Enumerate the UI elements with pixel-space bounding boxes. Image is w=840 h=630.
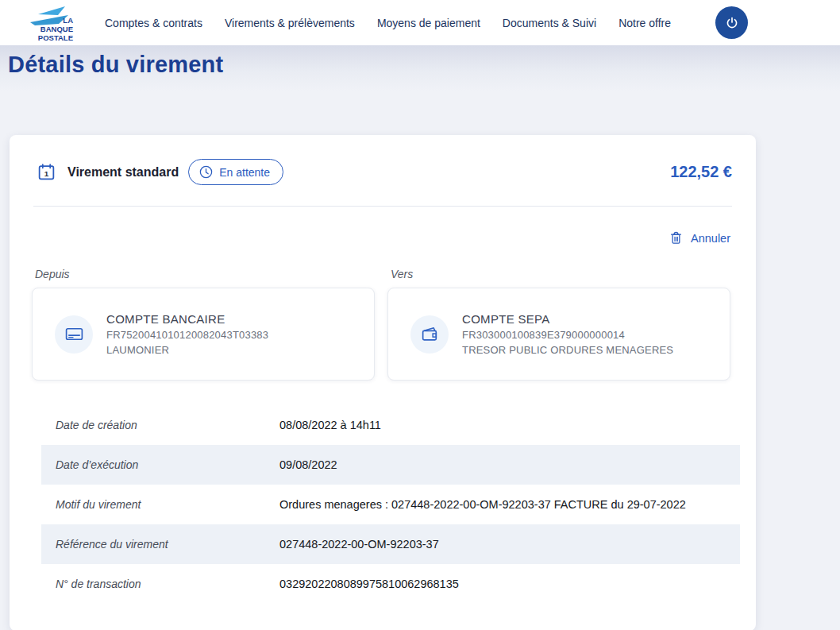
page-title: Détails du virement xyxy=(8,52,840,78)
labanquepostale-logo[interactable]: LA BANQUE POSTALE xyxy=(24,6,76,44)
to-account-holder: TRESOR PUBLIC ORDURES MENAGERES xyxy=(462,344,673,356)
page-header: Détails du virement xyxy=(0,45,840,91)
detail-row-motif: Motif du virement Ordures menageres : 02… xyxy=(41,485,740,524)
to-account-column: Vers COMPTE SEPA FR303000100839E37900000… xyxy=(387,261,730,381)
detail-label: Motif du virement xyxy=(56,498,279,511)
to-account-text: COMPTE SEPA FR303000100839E379000000014 … xyxy=(462,312,673,356)
transfer-type-label: Virement standard xyxy=(67,165,179,180)
detail-value: 08/08/2022 à 14h11 xyxy=(279,419,381,431)
detail-value: 027448-2022-00-OM-92203-37 xyxy=(279,538,439,551)
status-badge: En attente xyxy=(188,159,283,185)
clock-icon xyxy=(198,164,214,180)
detail-value: 0329202208089975810062968135 xyxy=(279,578,459,590)
nav-item-virements-prelevements[interactable]: Virements & prélèvements xyxy=(214,9,366,37)
from-account-text: COMPTE BANCAIRE FR7520041010120082043T03… xyxy=(106,312,268,356)
transfer-summary-row: 1 Virement standard En attente 122,52 € xyxy=(10,135,756,206)
svg-text:BANQUE: BANQUE xyxy=(40,25,73,33)
svg-text:LA: LA xyxy=(63,16,73,25)
transfer-details-table: Date de création 08/08/2022 à 14h11 Date… xyxy=(41,405,740,604)
svg-text:POSTALE: POSTALE xyxy=(38,33,73,42)
logo-bird-icon: LA BANQUE POSTALE xyxy=(24,6,76,44)
trash-icon xyxy=(669,230,684,245)
transfer-detail-card: 1 Virement standard En attente 122,52 € … xyxy=(10,135,756,630)
main-menu: Comptes & contrats Virements & prélèveme… xyxy=(94,9,682,37)
from-account-holder: LAUMONIER xyxy=(106,344,268,356)
wallet-icon xyxy=(420,324,440,344)
to-account-name: COMPTE SEPA xyxy=(462,312,673,326)
from-label: Depuis xyxy=(35,268,375,280)
detail-row-creation-date: Date de création 08/08/2022 à 14h11 xyxy=(41,405,740,445)
svg-text:1: 1 xyxy=(44,169,49,178)
detail-row-reference: Référence du virement 027448-2022-00-OM-… xyxy=(41,524,740,564)
from-account-icon-circle xyxy=(55,315,93,354)
from-account-iban: FR7520041010120082043T03383 xyxy=(106,329,268,341)
accounts-section: Depuis COMPTE BANCAIRE FR752004101012008… xyxy=(10,250,756,381)
detail-value: Ordures menageres : 027448-2022-00-OM-92… xyxy=(279,498,686,511)
from-account-card: COMPTE BANCAIRE FR7520041010120082043T03… xyxy=(32,288,375,381)
credit-card-icon xyxy=(64,324,84,344)
detail-label: Référence du virement xyxy=(56,538,279,551)
calendar-icon: 1 xyxy=(37,162,56,182)
detail-row-execution-date: Date d’exécution 09/08/2022 xyxy=(41,445,740,485)
power-icon xyxy=(723,14,741,32)
transfer-amount: 122,52 € xyxy=(670,163,732,181)
detail-row-transaction-number: N° de transaction 0329202208089975810062… xyxy=(41,564,740,604)
to-account-card: COMPTE SEPA FR303000100839E379000000014 … xyxy=(387,288,730,381)
to-label: Vers xyxy=(391,268,730,280)
actions-row: Annuler xyxy=(10,207,756,250)
top-navigation: LA BANQUE POSTALE Comptes & contrats Vir… xyxy=(0,0,840,45)
from-account-column: Depuis COMPTE BANCAIRE FR752004101012008… xyxy=(32,261,375,381)
nav-item-moyens-de-paiement[interactable]: Moyens de paiement xyxy=(366,9,491,37)
cancel-transfer-button[interactable]: Annuler xyxy=(669,230,730,245)
cancel-button-label: Annuler xyxy=(691,232,730,245)
to-account-iban: FR303000100839E379000000014 xyxy=(462,329,673,341)
to-account-icon-circle xyxy=(410,315,449,354)
detail-label: N° de transaction xyxy=(56,578,279,590)
from-account-name: COMPTE BANCAIRE xyxy=(106,312,268,326)
nav-item-notre-offre[interactable]: Notre offre xyxy=(607,9,682,37)
detail-label: Date d’exécution xyxy=(56,458,279,471)
nav-item-documents-suivi[interactable]: Documents & Suivi xyxy=(491,9,607,37)
nav-item-comptes-contrats[interactable]: Comptes & contrats xyxy=(94,9,214,37)
logout-button[interactable] xyxy=(715,6,748,39)
detail-value: 09/08/2022 xyxy=(279,458,337,471)
detail-label: Date de création xyxy=(56,419,279,431)
status-badge-label: En attente xyxy=(219,166,270,179)
